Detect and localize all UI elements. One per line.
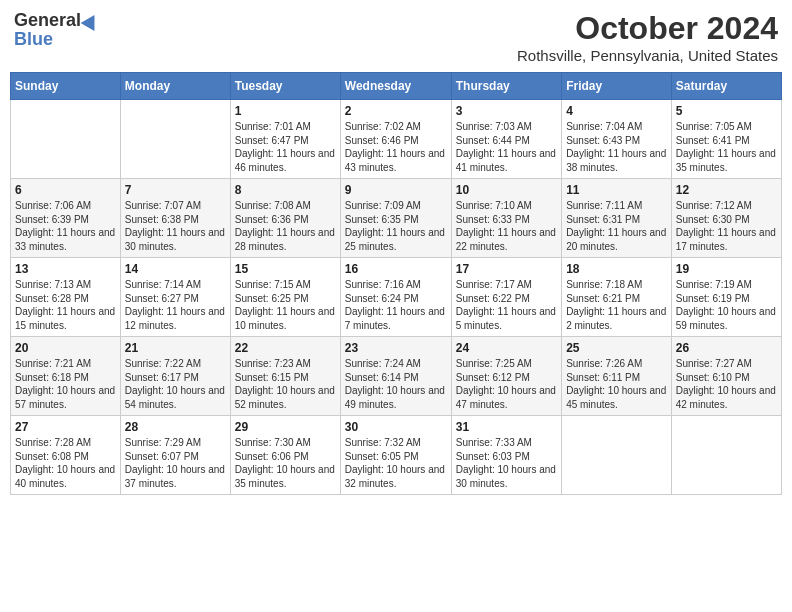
day-info: Sunrise: 7:04 AMSunset: 6:43 PMDaylight:…: [566, 120, 667, 174]
calendar-day-cell: 24Sunrise: 7:25 AMSunset: 6:12 PMDayligh…: [451, 337, 561, 416]
calendar-week-row: 27Sunrise: 7:28 AMSunset: 6:08 PMDayligh…: [11, 416, 782, 495]
day-info: Sunrise: 7:11 AMSunset: 6:31 PMDaylight:…: [566, 199, 667, 253]
day-info: Sunrise: 7:30 AMSunset: 6:06 PMDaylight:…: [235, 436, 336, 490]
calendar-header-saturday: Saturday: [671, 73, 781, 100]
day-number: 30: [345, 420, 447, 434]
calendar-day-cell: [562, 416, 672, 495]
day-number: 22: [235, 341, 336, 355]
day-info: Sunrise: 7:17 AMSunset: 6:22 PMDaylight:…: [456, 278, 557, 332]
day-number: 5: [676, 104, 777, 118]
calendar-day-cell: 20Sunrise: 7:21 AMSunset: 6:18 PMDayligh…: [11, 337, 121, 416]
day-number: 14: [125, 262, 226, 276]
calendar-day-cell: 4Sunrise: 7:04 AMSunset: 6:43 PMDaylight…: [562, 100, 672, 179]
day-number: 24: [456, 341, 557, 355]
day-info: Sunrise: 7:14 AMSunset: 6:27 PMDaylight:…: [125, 278, 226, 332]
day-number: 10: [456, 183, 557, 197]
calendar-day-cell: 10Sunrise: 7:10 AMSunset: 6:33 PMDayligh…: [451, 179, 561, 258]
calendar-day-cell: 31Sunrise: 7:33 AMSunset: 6:03 PMDayligh…: [451, 416, 561, 495]
calendar-header-monday: Monday: [120, 73, 230, 100]
calendar-day-cell: [120, 100, 230, 179]
day-info: Sunrise: 7:09 AMSunset: 6:35 PMDaylight:…: [345, 199, 447, 253]
day-number: 20: [15, 341, 116, 355]
day-number: 21: [125, 341, 226, 355]
calendar-day-cell: 16Sunrise: 7:16 AMSunset: 6:24 PMDayligh…: [340, 258, 451, 337]
calendar-day-cell: 17Sunrise: 7:17 AMSunset: 6:22 PMDayligh…: [451, 258, 561, 337]
day-info: Sunrise: 7:10 AMSunset: 6:33 PMDaylight:…: [456, 199, 557, 253]
day-number: 1: [235, 104, 336, 118]
calendar-day-cell: 14Sunrise: 7:14 AMSunset: 6:27 PMDayligh…: [120, 258, 230, 337]
day-number: 7: [125, 183, 226, 197]
day-number: 11: [566, 183, 667, 197]
day-number: 3: [456, 104, 557, 118]
day-info: Sunrise: 7:16 AMSunset: 6:24 PMDaylight:…: [345, 278, 447, 332]
day-info: Sunrise: 7:05 AMSunset: 6:41 PMDaylight:…: [676, 120, 777, 174]
logo-blue-text: Blue: [14, 29, 53, 50]
day-info: Sunrise: 7:27 AMSunset: 6:10 PMDaylight:…: [676, 357, 777, 411]
calendar-day-cell: 5Sunrise: 7:05 AMSunset: 6:41 PMDaylight…: [671, 100, 781, 179]
calendar-header-friday: Friday: [562, 73, 672, 100]
day-number: 12: [676, 183, 777, 197]
day-number: 23: [345, 341, 447, 355]
day-info: Sunrise: 7:26 AMSunset: 6:11 PMDaylight:…: [566, 357, 667, 411]
day-number: 6: [15, 183, 116, 197]
day-info: Sunrise: 7:07 AMSunset: 6:38 PMDaylight:…: [125, 199, 226, 253]
logo-general-text: General: [14, 10, 81, 31]
day-info: Sunrise: 7:33 AMSunset: 6:03 PMDaylight:…: [456, 436, 557, 490]
page-header: General Blue October 2024 Rothsville, Pe…: [10, 10, 782, 64]
day-number: 19: [676, 262, 777, 276]
calendar-day-cell: 15Sunrise: 7:15 AMSunset: 6:25 PMDayligh…: [230, 258, 340, 337]
day-info: Sunrise: 7:19 AMSunset: 6:19 PMDaylight:…: [676, 278, 777, 332]
calendar-day-cell: 18Sunrise: 7:18 AMSunset: 6:21 PMDayligh…: [562, 258, 672, 337]
calendar-day-cell: [671, 416, 781, 495]
day-number: 29: [235, 420, 336, 434]
calendar-table: SundayMondayTuesdayWednesdayThursdayFrid…: [10, 72, 782, 495]
calendar-day-cell: 11Sunrise: 7:11 AMSunset: 6:31 PMDayligh…: [562, 179, 672, 258]
calendar-day-cell: 3Sunrise: 7:03 AMSunset: 6:44 PMDaylight…: [451, 100, 561, 179]
calendar-day-cell: 13Sunrise: 7:13 AMSunset: 6:28 PMDayligh…: [11, 258, 121, 337]
calendar-day-cell: 29Sunrise: 7:30 AMSunset: 6:06 PMDayligh…: [230, 416, 340, 495]
day-number: 9: [345, 183, 447, 197]
day-info: Sunrise: 7:01 AMSunset: 6:47 PMDaylight:…: [235, 120, 336, 174]
location-text: Rothsville, Pennsylvania, United States: [517, 47, 778, 64]
month-title: October 2024: [517, 10, 778, 47]
calendar-day-cell: 21Sunrise: 7:22 AMSunset: 6:17 PMDayligh…: [120, 337, 230, 416]
calendar-day-cell: 25Sunrise: 7:26 AMSunset: 6:11 PMDayligh…: [562, 337, 672, 416]
logo: General Blue: [14, 10, 99, 50]
day-number: 27: [15, 420, 116, 434]
day-number: 17: [456, 262, 557, 276]
day-info: Sunrise: 7:02 AMSunset: 6:46 PMDaylight:…: [345, 120, 447, 174]
calendar-header-sunday: Sunday: [11, 73, 121, 100]
day-info: Sunrise: 7:15 AMSunset: 6:25 PMDaylight:…: [235, 278, 336, 332]
logo-triangle-icon: [81, 10, 102, 30]
day-info: Sunrise: 7:29 AMSunset: 6:07 PMDaylight:…: [125, 436, 226, 490]
day-info: Sunrise: 7:24 AMSunset: 6:14 PMDaylight:…: [345, 357, 447, 411]
day-number: 13: [15, 262, 116, 276]
day-number: 18: [566, 262, 667, 276]
calendar-day-cell: [11, 100, 121, 179]
calendar-day-cell: 7Sunrise: 7:07 AMSunset: 6:38 PMDaylight…: [120, 179, 230, 258]
calendar-day-cell: 19Sunrise: 7:19 AMSunset: 6:19 PMDayligh…: [671, 258, 781, 337]
calendar-header-thursday: Thursday: [451, 73, 561, 100]
day-number: 28: [125, 420, 226, 434]
calendar-day-cell: 28Sunrise: 7:29 AMSunset: 6:07 PMDayligh…: [120, 416, 230, 495]
calendar-day-cell: 2Sunrise: 7:02 AMSunset: 6:46 PMDaylight…: [340, 100, 451, 179]
calendar-day-cell: 27Sunrise: 7:28 AMSunset: 6:08 PMDayligh…: [11, 416, 121, 495]
calendar-header-wednesday: Wednesday: [340, 73, 451, 100]
calendar-day-cell: 6Sunrise: 7:06 AMSunset: 6:39 PMDaylight…: [11, 179, 121, 258]
day-info: Sunrise: 7:03 AMSunset: 6:44 PMDaylight:…: [456, 120, 557, 174]
calendar-day-cell: 30Sunrise: 7:32 AMSunset: 6:05 PMDayligh…: [340, 416, 451, 495]
calendar-week-row: 20Sunrise: 7:21 AMSunset: 6:18 PMDayligh…: [11, 337, 782, 416]
calendar-week-row: 1Sunrise: 7:01 AMSunset: 6:47 PMDaylight…: [11, 100, 782, 179]
calendar-day-cell: 23Sunrise: 7:24 AMSunset: 6:14 PMDayligh…: [340, 337, 451, 416]
day-number: 4: [566, 104, 667, 118]
day-info: Sunrise: 7:12 AMSunset: 6:30 PMDaylight:…: [676, 199, 777, 253]
day-info: Sunrise: 7:28 AMSunset: 6:08 PMDaylight:…: [15, 436, 116, 490]
calendar-day-cell: 9Sunrise: 7:09 AMSunset: 6:35 PMDaylight…: [340, 179, 451, 258]
day-info: Sunrise: 7:08 AMSunset: 6:36 PMDaylight:…: [235, 199, 336, 253]
day-info: Sunrise: 7:13 AMSunset: 6:28 PMDaylight:…: [15, 278, 116, 332]
day-number: 16: [345, 262, 447, 276]
calendar-day-cell: 22Sunrise: 7:23 AMSunset: 6:15 PMDayligh…: [230, 337, 340, 416]
day-number: 31: [456, 420, 557, 434]
day-info: Sunrise: 7:32 AMSunset: 6:05 PMDaylight:…: [345, 436, 447, 490]
calendar-day-cell: 1Sunrise: 7:01 AMSunset: 6:47 PMDaylight…: [230, 100, 340, 179]
